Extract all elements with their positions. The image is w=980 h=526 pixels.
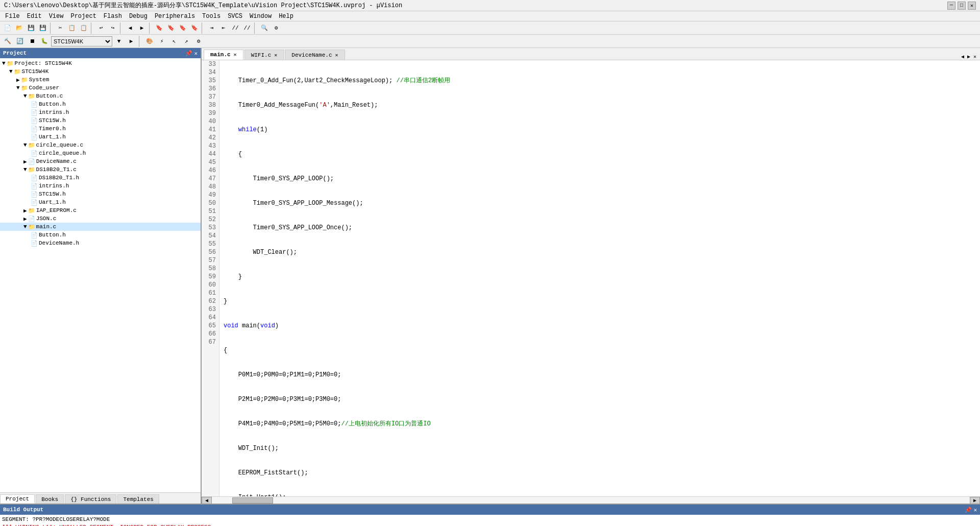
tb-nav-back[interactable]: ◀	[125, 22, 136, 34]
project-pin-icon[interactable]: 📌	[185, 50, 192, 57]
menu-tools[interactable]: Tools	[199, 12, 224, 20]
file-icon4: 📄	[31, 126, 38, 132]
tb-bookmark2[interactable]: 🔖	[165, 22, 177, 34]
tb2-run[interactable]: ▶	[126, 36, 137, 47]
tree-node-uart1h[interactable]: 📄 Uart_1.h	[0, 133, 201, 141]
tb-find[interactable]: 🔍	[259, 22, 270, 34]
menu-svcs[interactable]: SVCS	[225, 12, 246, 20]
tree-node-stc15w4k[interactable]: ▼ 📁 STC15W4K	[0, 67, 201, 76]
tree-node-devicenameh[interactable]: 📄 DeviceName.h	[0, 239, 201, 247]
hscroll-left[interactable]: ◀	[202, 497, 212, 504]
code-tab-close-mainc[interactable]: ✕	[234, 52, 237, 58]
tab-close-all[interactable]: ✕	[972, 54, 978, 60]
tb-unindent[interactable]: ⇤	[218, 22, 229, 34]
tree-node-intrins2[interactable]: 📄 intrins.h	[0, 182, 201, 190]
tb2-extra4[interactable]: ⚙	[193, 36, 204, 47]
menu-debug[interactable]: Debug	[126, 12, 151, 20]
tb2-extra1[interactable]: ⚡	[156, 36, 167, 47]
tree-node-iapeeprom[interactable]: ▶ 📁 IAP_EEPROM.c	[0, 206, 201, 214]
hscroll-right[interactable]: ▶	[970, 497, 980, 504]
tree-node-root[interactable]: ▼ 📁 Project: STC15W4K	[0, 59, 201, 67]
tb-save[interactable]: 💾	[26, 22, 37, 34]
tb-cut[interactable]: ✂	[55, 22, 66, 34]
code-tab-mainc[interactable]: main.c ✕	[204, 50, 243, 60]
tb-copy[interactable]: 📋	[66, 22, 78, 34]
minimize-button[interactable]: ─	[947, 2, 955, 10]
maximize-button[interactable]: □	[958, 2, 966, 10]
tb2-extra3[interactable]: ↗	[181, 36, 192, 47]
code-tab-wific[interactable]: WIFI.c ✕	[244, 50, 284, 60]
tb2-stop[interactable]: ⏹	[27, 36, 38, 47]
code-tab-close-wific[interactable]: ✕	[274, 52, 277, 58]
hscroll[interactable]: ◀ ▶	[202, 496, 980, 504]
tb-open[interactable]: 📂	[14, 22, 25, 34]
menu-window[interactable]: Window	[247, 12, 275, 20]
menu-peripherals[interactable]: Peripherals	[152, 12, 198, 20]
tb-bookmark3[interactable]: 🔖	[177, 22, 188, 34]
tab-books[interactable]: Books	[36, 494, 64, 504]
tb-comment[interactable]: //	[230, 22, 241, 34]
build-close-icon[interactable]: ✕	[973, 507, 977, 513]
tree-node-system[interactable]: ▶ 📁 System	[0, 76, 201, 84]
code-line-47: P4M1=0;P4M0=0;P5M1=0;P5M0=0;//上电初始化所有IO口…	[224, 420, 976, 428]
tree-node-intrins1[interactable]: 📄 intrins.h	[0, 108, 201, 116]
tree-node-devicenamec[interactable]: ▶ 📄 DeviceName.c	[0, 157, 201, 165]
target-select[interactable]: STC15W4K	[51, 36, 112, 46]
tb-nav-fwd[interactable]: ▶	[136, 22, 148, 34]
tb2-color[interactable]: 🎨	[144, 36, 155, 47]
tb2-build[interactable]: 🔨	[2, 36, 13, 47]
project-close-icon[interactable]: ✕	[194, 50, 198, 57]
tab-templates[interactable]: Templates	[117, 494, 159, 504]
menu-view[interactable]: View	[46, 12, 67, 20]
window-controls[interactable]: ─ □ ✕	[947, 2, 976, 10]
tb-undo[interactable]: ↩	[95, 22, 107, 34]
tb-saveall[interactable]: 💾	[37, 22, 48, 34]
tree-node-ds18b20c[interactable]: ▼ 📁 DS18B20_T1.c	[0, 165, 201, 174]
tab-project[interactable]: Project	[0, 494, 35, 504]
tb-paste[interactable]: 📋	[78, 22, 89, 34]
tree-node-jsonc[interactable]: ▶ 📄 JSON.c	[0, 214, 201, 223]
menu-file[interactable]: File	[2, 12, 23, 20]
expand-icon11: ▼	[23, 224, 27, 230]
menu-edit[interactable]: Edit	[24, 12, 45, 20]
tab-arrows: ◀ ▶ ✕	[960, 54, 980, 60]
tree-node-buttonh2[interactable]: 📄 Button.h	[0, 231, 201, 239]
tree-node-codeuser[interactable]: ▼ 📁 Code_user	[0, 84, 201, 92]
tree-node-mainc[interactable]: ▼ 📁 main.c	[0, 223, 201, 231]
code-editor[interactable]: 33 34 35 36 37 38 39 40 41 42 43 44 45 4…	[202, 60, 980, 496]
menu-help[interactable]: Help	[276, 12, 297, 20]
tb2-rebuild[interactable]: 🔄	[14, 36, 26, 47]
tb-bookmark[interactable]: 🔖	[154, 22, 165, 34]
tb-settings[interactable]: ⚙	[271, 22, 282, 34]
tb-uncomment[interactable]: //	[241, 22, 253, 34]
code-tab-close-devicenamec[interactable]: ✕	[335, 52, 338, 58]
tb-new[interactable]: 📄	[2, 22, 13, 34]
code-tab-devicenamec[interactable]: DeviceName.c ✕	[285, 50, 345, 60]
code-area[interactable]: Timer_0_Add_Fun(2,Uart2_CheckMessageLoop…	[219, 60, 980, 496]
tb-bookmark4[interactable]: 🔖	[189, 22, 200, 34]
tb2-extra2[interactable]: ↖	[168, 36, 180, 47]
tb2-options[interactable]: ▼	[113, 36, 125, 47]
hscroll-track[interactable]	[212, 497, 970, 504]
tree-node-buttonh[interactable]: 📄 Button.h	[0, 100, 201, 108]
tree-node-stc15wh2[interactable]: 📄 STC15W.h	[0, 190, 201, 198]
tb-indent[interactable]: ⇥	[206, 22, 217, 34]
tb2-dbg[interactable]: 🐛	[39, 36, 50, 47]
tree-node-ds18b20h[interactable]: 📄 DS18B20_T1.h	[0, 174, 201, 182]
build-pin-icon[interactable]: 📌	[965, 507, 972, 513]
tb-redo[interactable]: ↪	[107, 22, 118, 34]
tab-arrow-left[interactable]: ◀	[960, 54, 966, 60]
tab-functions[interactable]: {} Functions	[65, 494, 116, 504]
hscroll-thumb[interactable]	[232, 497, 273, 504]
menu-project[interactable]: Project	[67, 12, 99, 20]
tree-node-circleh[interactable]: 📄 circle_queue.h	[0, 149, 201, 157]
menu-flash[interactable]: Flash	[101, 12, 125, 20]
tree-node-stc15wh[interactable]: 📄 STC15W.h	[0, 116, 201, 125]
tree-node-circlec[interactable]: ▼ 📁 circle_queue.c	[0, 141, 201, 149]
tree-node-buttonc[interactable]: ▼ 📁 Button.c	[0, 92, 201, 100]
close-button[interactable]: ✕	[968, 2, 976, 10]
folder-icon11: 📁	[28, 224, 35, 230]
tree-node-uart1h2[interactable]: 📄 Uart_1.h	[0, 198, 201, 206]
tree-node-timer0h[interactable]: 📄 Timer0.h	[0, 125, 201, 133]
tab-arrow-right[interactable]: ▶	[966, 54, 972, 60]
